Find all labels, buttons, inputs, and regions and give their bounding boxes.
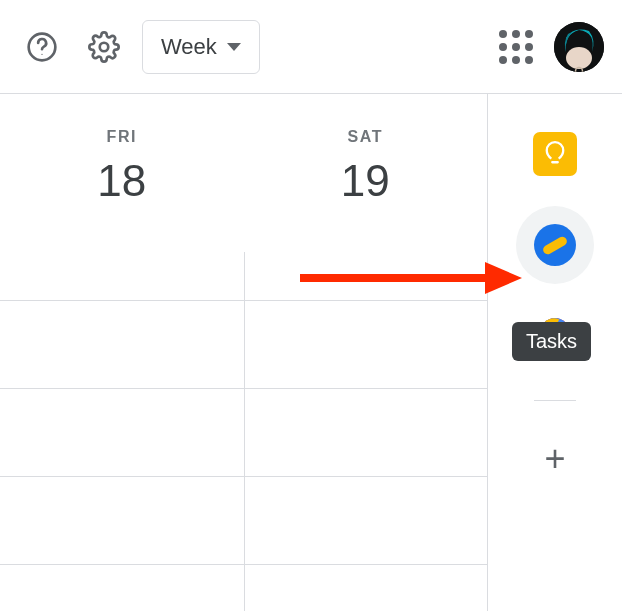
apps-grid-icon: [499, 30, 533, 64]
day-column-fri[interactable]: FRI 18: [0, 94, 244, 252]
calendar-grid: FRI 18 SAT 19: [0, 94, 487, 611]
svg-point-4: [566, 47, 592, 69]
settings-button[interactable]: [80, 23, 128, 71]
avatar-image: [554, 22, 604, 72]
main-area: FRI 18 SAT 19 Tasks: [0, 94, 622, 611]
gear-icon: [88, 31, 120, 63]
day-num-label: 19: [341, 156, 390, 206]
hour-line: [0, 388, 487, 476]
view-switcher-label: Week: [161, 34, 217, 60]
hour-line: [0, 564, 487, 611]
account-avatar[interactable]: [554, 22, 604, 72]
sidepanel-divider: [534, 400, 576, 401]
view-switcher[interactable]: Week: [142, 20, 260, 74]
day-name-label: FRI: [107, 128, 137, 146]
plus-icon: +: [544, 438, 565, 480]
day-name-label: SAT: [348, 128, 383, 146]
day-column-sat[interactable]: SAT 19: [244, 94, 488, 252]
tasks-icon: [534, 224, 576, 266]
hour-grid[interactable]: [0, 300, 487, 611]
tasks-tooltip: Tasks: [512, 322, 591, 361]
tasks-app-button[interactable]: [516, 206, 594, 284]
keep-app-button[interactable]: [533, 132, 577, 176]
help-icon: [26, 31, 58, 63]
chevron-down-icon: [227, 43, 241, 51]
svg-point-2: [100, 42, 109, 51]
svg-point-1: [41, 53, 42, 54]
apps-button[interactable]: [492, 23, 540, 71]
help-button[interactable]: [18, 23, 66, 71]
day-num-label: 18: [97, 156, 146, 206]
side-panel: Tasks +: [487, 94, 622, 611]
lightbulb-icon: [544, 140, 566, 168]
top-toolbar: Week: [0, 0, 622, 93]
hour-line: [0, 300, 487, 388]
add-addon-button[interactable]: +: [535, 439, 575, 479]
day-headers: FRI 18 SAT 19: [0, 94, 487, 252]
hour-line: [0, 476, 487, 564]
